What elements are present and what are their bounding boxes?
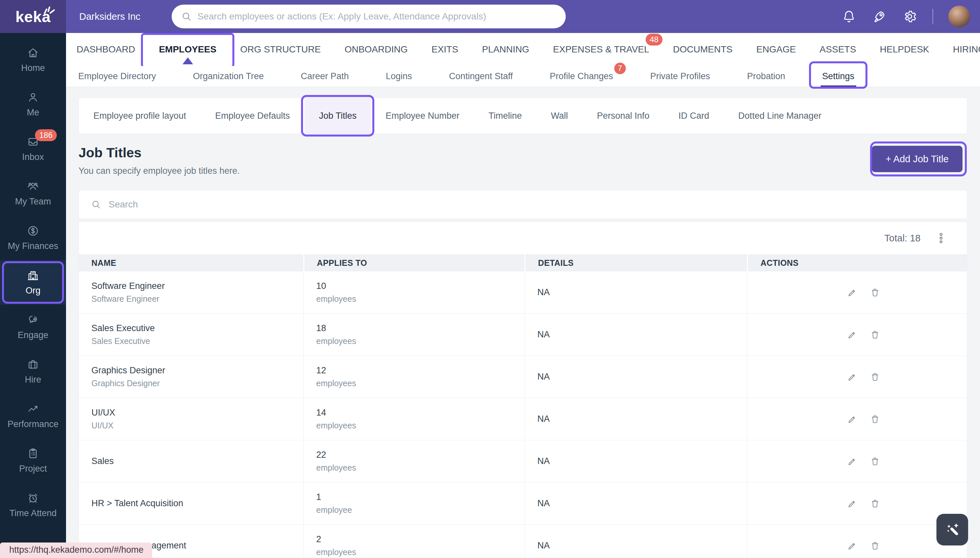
delete-button[interactable]: [870, 414, 880, 424]
delete-button[interactable]: [870, 456, 880, 467]
sidebar-item-engage[interactable]: Engage: [0, 305, 66, 349]
global-search-input[interactable]: [198, 11, 557, 22]
tab-timeline[interactable]: Timeline: [474, 98, 536, 134]
tab-dotted-line-manager[interactable]: Dotted Line Manager: [724, 98, 836, 134]
employee-count-unit: employees: [316, 463, 524, 473]
settings-gear-icon[interactable]: [902, 9, 917, 24]
nav-item-exits[interactable]: EXITS: [420, 44, 470, 55]
cell-details: NA: [524, 271, 747, 313]
status-url-tooltip: https://thq.kekademo.com/#/home: [0, 543, 152, 558]
edit-button[interactable]: [847, 330, 857, 340]
nav-item-employees[interactable]: EMPLOYEES: [147, 44, 228, 55]
nav-item-planning[interactable]: PLANNING: [470, 44, 541, 55]
add-job-title-button[interactable]: + Add Job Title: [872, 146, 962, 172]
cell-name: HR > Talent Acquisition: [79, 483, 303, 524]
job-title-name: Graphics Designer: [91, 365, 303, 376]
delete-button[interactable]: [870, 330, 880, 340]
edit-button[interactable]: [847, 540, 857, 551]
whats-new-rocket-icon[interactable]: [872, 9, 887, 24]
tab-wall[interactable]: Wall: [536, 98, 583, 134]
delete-button[interactable]: [870, 287, 880, 298]
trash-icon: [870, 372, 880, 382]
list-search[interactable]: [79, 190, 967, 219]
sidebar-item-label: Project: [19, 464, 47, 474]
nav-item-hiring[interactable]: HIRING: [941, 44, 980, 55]
nav-item-helpdesk[interactable]: HELPDESK: [868, 44, 941, 55]
tab-label: Dotted Line Manager: [738, 111, 822, 121]
search-icon: [91, 199, 101, 210]
sidebar-item-home[interactable]: Home: [0, 38, 66, 82]
subnav-item-logins[interactable]: Logins: [367, 71, 431, 82]
cell-details: NA: [524, 356, 747, 398]
nav-item-expenses-travel[interactable]: EXPENSES & TRAVEL48: [541, 44, 661, 55]
job-title-description: Sales Executive: [91, 336, 303, 346]
ai-assistant-button[interactable]: [936, 514, 968, 545]
tab-job-titles[interactable]: Job Titles: [304, 98, 371, 134]
sidebar-item-project[interactable]: Project: [0, 438, 66, 483]
delete-button[interactable]: [870, 540, 880, 551]
sidebar-item-performance[interactable]: Performance: [0, 394, 66, 438]
app-screen: keka Darksiders Inc: [0, 0, 980, 558]
tab-employee-profile-layout[interactable]: Employee profile layout: [79, 98, 201, 134]
sidebar-item-inbox[interactable]: Inbox186: [0, 126, 66, 171]
subnav-item-contingent-staff[interactable]: Contingent Staff: [430, 71, 531, 82]
subnav-item-profile-changes[interactable]: Profile Changes7: [532, 71, 632, 82]
notifications-bell-icon[interactable]: [842, 9, 856, 24]
sidebar-item-my-team[interactable]: My Team: [0, 171, 66, 216]
sidebar-item-org[interactable]: Org: [0, 260, 66, 305]
table-row: Software EngineerSoftware Engineer10empl…: [79, 271, 967, 313]
list-search-input[interactable]: [109, 199, 955, 210]
nav-item-dashboard[interactable]: DASHBOARD: [66, 44, 147, 55]
cell-name: Graphics DesignerGraphics Designer: [79, 356, 303, 398]
employee-count: 22: [316, 450, 524, 460]
tab-label: Wall: [551, 111, 568, 121]
tab-id-card[interactable]: ID Card: [664, 98, 724, 134]
subnav-item-career-path[interactable]: Career Path: [282, 71, 367, 82]
employee-count-unit: employees: [316, 421, 524, 430]
logo-spark-icon: [43, 5, 56, 16]
project-icon: [27, 447, 39, 460]
edit-button[interactable]: [847, 287, 857, 298]
nav-item-label: ONBOARDING: [344, 44, 408, 54]
sidebar-item-hire[interactable]: Hire: [0, 349, 66, 394]
tab-employee-number[interactable]: Employee Number: [371, 98, 474, 134]
nav-item-documents[interactable]: DOCUMENTS: [661, 44, 744, 55]
sidebar-item-me[interactable]: Me: [0, 82, 66, 126]
tab-personal-info[interactable]: Personal Info: [582, 98, 664, 134]
global-search[interactable]: [171, 5, 566, 28]
user-avatar[interactable]: [948, 6, 970, 27]
subnav-item-employee-directory[interactable]: Employee Directory: [66, 71, 175, 82]
table-header: NAMEAPPLIES TODETAILSACTIONS: [79, 254, 967, 271]
topbar-actions: [842, 0, 970, 33]
job-title-description: UI/UX: [91, 421, 303, 430]
sidebar-item-time-attend[interactable]: Time Attend: [0, 483, 66, 527]
kebab-menu-icon[interactable]: [935, 232, 947, 244]
nav-item-engage[interactable]: ENGAGE: [744, 44, 808, 55]
nav-item-label: HELPDESK: [880, 44, 929, 54]
edit-button[interactable]: [847, 372, 857, 382]
edit-button[interactable]: [847, 498, 857, 509]
delete-button[interactable]: [870, 372, 880, 382]
search-icon: [181, 11, 192, 22]
keka-logo[interactable]: keka: [0, 0, 66, 33]
nav-item-org-structure[interactable]: ORG STRUCTURE: [229, 44, 333, 55]
subnav-item-private-profiles[interactable]: Private Profiles: [632, 71, 729, 82]
team-icon: [27, 180, 39, 193]
nav-item-label: PLANNING: [482, 44, 529, 54]
nav-item-onboarding[interactable]: ONBOARDING: [333, 44, 420, 55]
delete-button[interactable]: [870, 498, 880, 509]
edit-button[interactable]: [847, 414, 857, 424]
job-title-name: HR > Talent Acquisition: [91, 498, 303, 509]
subnav-item-organization-tree[interactable]: Organization Tree: [175, 71, 283, 82]
nav-item-label: DASHBOARD: [77, 44, 135, 54]
tab-employee-defaults[interactable]: Employee Defaults: [201, 98, 305, 134]
subnav-item-settings[interactable]: Settings: [804, 71, 873, 82]
employee-count: 14: [316, 408, 524, 418]
sidebar-item-my-finances[interactable]: My Finances: [0, 216, 66, 260]
tab-label: Employee Number: [385, 111, 460, 121]
subnav-item-probation[interactable]: Probation: [728, 71, 804, 82]
edit-button[interactable]: [847, 456, 857, 467]
details-value: NA: [537, 540, 747, 551]
nav-item-assets[interactable]: ASSETS: [808, 44, 868, 55]
subnav-item-label: Settings: [822, 71, 855, 81]
